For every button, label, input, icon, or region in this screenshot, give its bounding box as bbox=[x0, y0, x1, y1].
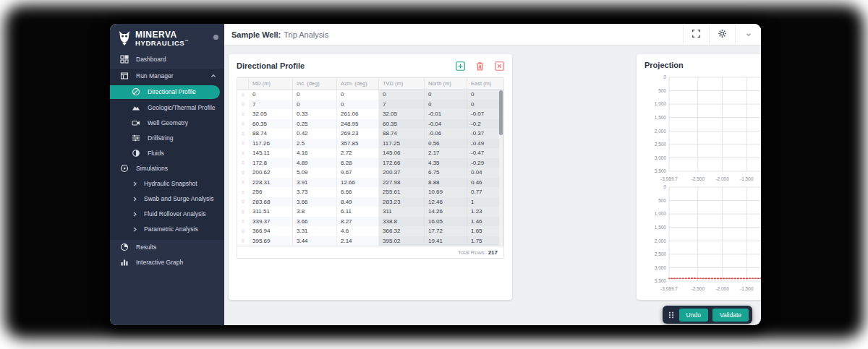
table-row[interactable]: 283.683.668.49283.2312.461 bbox=[237, 197, 503, 207]
row-drag-handle-icon[interactable] bbox=[237, 178, 249, 188]
cell-inc-deg[interactable]: 3.73 bbox=[293, 187, 337, 197]
sidebar-collapse-toggle[interactable] bbox=[213, 35, 218, 40]
row-drag-handle-icon[interactable] bbox=[237, 139, 249, 149]
cell-md-m[interactable]: 117.26 bbox=[249, 139, 293, 149]
cell-inc-deg[interactable]: 3.8 bbox=[293, 207, 337, 217]
cell-inc-deg[interactable]: 3.66 bbox=[293, 197, 337, 207]
cell-inc-deg[interactable]: 0.33 bbox=[293, 109, 337, 119]
cell-azm-deg[interactable]: 261.06 bbox=[337, 109, 379, 119]
table-row[interactable]: 700700 bbox=[237, 100, 503, 110]
sidebar-item-fluid-rollover-analysis[interactable]: Fluid Rollover Analysis bbox=[110, 207, 224, 222]
row-drag-handle-icon[interactable] bbox=[237, 217, 249, 227]
table-row[interactable]: 366.943.314.6366.3217.721.65 bbox=[237, 226, 503, 236]
sidebar-item-drillstring[interactable]: Drillstring bbox=[110, 131, 224, 146]
column-header-md-m[interactable]: MD (m) bbox=[249, 78, 293, 89]
cell-inc-deg[interactable]: 0 bbox=[293, 90, 337, 100]
cell-md-m[interactable]: 7 bbox=[249, 100, 293, 110]
cell-md-m[interactable]: 311.51 bbox=[249, 207, 293, 217]
cell-azm-deg[interactable]: 248.95 bbox=[337, 119, 379, 129]
cell-md-m[interactable]: 339.37 bbox=[249, 217, 293, 227]
cell-md-m[interactable]: 88.74 bbox=[249, 129, 293, 139]
delete-all-icon[interactable] bbox=[495, 61, 504, 70]
table-row[interactable]: 145.114.162.72145.062.17-0.47 bbox=[237, 148, 503, 158]
cell-md-m[interactable]: 366.94 bbox=[249, 226, 293, 236]
table-row[interactable]: 32.050.33261.0632.05-0.01-0.07 bbox=[237, 109, 503, 119]
table-row[interactable]: 60.350.25248.9560.35-0.04-0.2 bbox=[237, 119, 503, 129]
row-drag-handle-icon[interactable] bbox=[237, 119, 249, 129]
cell-azm-deg[interactable]: 357.85 bbox=[337, 139, 379, 149]
cell-md-m[interactable]: 32.05 bbox=[249, 109, 293, 119]
cell-azm-deg[interactable]: 2.14 bbox=[337, 236, 379, 246]
sidebar-item-directional-profile[interactable]: Directional Profile bbox=[110, 85, 220, 99]
cell-inc-deg[interactable]: 3.66 bbox=[293, 217, 337, 227]
cell-md-m[interactable]: 0 bbox=[249, 90, 293, 100]
cell-azm-deg[interactable]: 6.28 bbox=[337, 158, 379, 168]
column-header-azm-deg[interactable]: Azm. (deg) bbox=[337, 78, 379, 89]
row-drag-handle-icon[interactable] bbox=[237, 90, 249, 100]
cell-azm-deg[interactable]: 6.66 bbox=[337, 187, 379, 197]
sidebar-item-run-manager[interactable]: Run Manager bbox=[110, 69, 224, 84]
row-drag-handle-icon[interactable] bbox=[237, 129, 249, 139]
table-row[interactable]: 228.313.9112.66227.988.880.46 bbox=[237, 178, 503, 188]
cell-inc-deg[interactable]: 2.5 bbox=[293, 139, 337, 149]
row-drag-handle-icon[interactable] bbox=[237, 148, 249, 158]
row-drag-handle-icon[interactable] bbox=[237, 168, 249, 178]
row-drag-handle-icon[interactable] bbox=[237, 187, 249, 197]
cell-azm-deg[interactable]: 269.23 bbox=[337, 129, 379, 139]
sidebar-item-parametric-analysis[interactable]: Parametric Analysis bbox=[110, 222, 224, 237]
sidebar-item-swab-and-surge-analysis[interactable]: Swab and Surge Analysis bbox=[110, 191, 224, 207]
cell-azm-deg[interactable]: 8.49 bbox=[337, 197, 379, 207]
cell-md-m[interactable]: 145.11 bbox=[249, 148, 293, 158]
cell-inc-deg[interactable]: 3.91 bbox=[293, 178, 337, 188]
cell-inc-deg[interactable]: 0 bbox=[293, 100, 337, 110]
table-row[interactable]: 395.693.442.14395.0219.411.75 bbox=[237, 236, 503, 246]
cell-azm-deg[interactable]: 2.72 bbox=[337, 148, 379, 158]
cell-azm-deg[interactable]: 6.11 bbox=[337, 207, 379, 217]
cell-inc-deg[interactable]: 3.44 bbox=[293, 236, 337, 246]
cell-inc-deg[interactable]: 0.25 bbox=[293, 119, 337, 129]
row-drag-handle-icon[interactable] bbox=[237, 226, 249, 236]
fullscreen-button[interactable] bbox=[683, 24, 709, 45]
cell-md-m[interactable]: 200.62 bbox=[249, 168, 293, 178]
cell-md-m[interactable]: 256 bbox=[249, 187, 293, 197]
column-header-inc-deg[interactable]: Inc. (deg) bbox=[293, 78, 337, 89]
cell-azm-deg[interactable]: 9.67 bbox=[337, 168, 379, 178]
table-row[interactable]: 339.373.668.27338.816.051.46 bbox=[237, 217, 503, 227]
sidebar-item-simulations[interactable]: Simulations bbox=[110, 161, 224, 176]
column-header-north-m[interactable]: North (m) bbox=[425, 78, 467, 89]
cell-inc-deg[interactable]: 4.89 bbox=[293, 158, 337, 168]
sidebar-item-well-geometry[interactable]: Well Geometry bbox=[110, 116, 224, 131]
sidebar-item-hydraulic-snapshot[interactable]: Hydraulic Snapshot bbox=[110, 176, 224, 191]
cell-md-m[interactable]: 395.69 bbox=[249, 236, 293, 246]
sidebar-item-results[interactable]: Results bbox=[110, 240, 224, 255]
cell-azm-deg[interactable]: 0 bbox=[337, 90, 379, 100]
row-drag-handle-icon[interactable] bbox=[237, 236, 249, 246]
cell-azm-deg[interactable]: 4.6 bbox=[337, 226, 379, 236]
cell-md-m[interactable]: 172.8 bbox=[249, 158, 293, 168]
table-row[interactable]: 117.262.5357.85117.250.56-0.49 bbox=[237, 139, 503, 149]
cell-md-m[interactable]: 228.31 bbox=[249, 178, 293, 188]
row-drag-handle-icon[interactable] bbox=[237, 109, 249, 119]
cell-azm-deg[interactable]: 8.27 bbox=[337, 217, 379, 227]
table-row[interactable]: 2563.736.66255.6110.690.77 bbox=[237, 187, 503, 197]
undo-button[interactable]: Undo bbox=[679, 309, 708, 322]
collapse-header-button[interactable] bbox=[735, 24, 761, 45]
row-drag-handle-icon[interactable] bbox=[237, 158, 249, 168]
cell-inc-deg[interactable]: 4.16 bbox=[293, 148, 337, 158]
table-scrollbar[interactable] bbox=[499, 90, 503, 246]
cell-md-m[interactable]: 283.68 bbox=[249, 197, 293, 207]
delete-row-icon[interactable] bbox=[475, 61, 485, 70]
drag-handle-icon[interactable] bbox=[668, 310, 675, 320]
settings-button[interactable] bbox=[709, 24, 735, 45]
sidebar-item-dashboard[interactable]: Dashboard bbox=[110, 52, 224, 67]
sidebar-item-interactive-graph[interactable]: Interactive Graph bbox=[110, 255, 224, 270]
add-row-icon[interactable] bbox=[456, 61, 465, 70]
table-row[interactable]: 000000 bbox=[237, 90, 503, 100]
table-row[interactable]: 172.84.896.28172.664.35-0.29 bbox=[237, 158, 503, 168]
column-header-east-m[interactable]: East (m) bbox=[467, 78, 503, 89]
table-row[interactable]: 311.513.86.1131114.261.23 bbox=[237, 207, 503, 217]
row-drag-handle-icon[interactable] bbox=[237, 207, 249, 217]
cell-inc-deg[interactable]: 3.31 bbox=[293, 226, 337, 236]
sidebar-item-fluids[interactable]: Fluids bbox=[110, 146, 224, 161]
cell-azm-deg[interactable]: 12.66 bbox=[337, 178, 379, 188]
